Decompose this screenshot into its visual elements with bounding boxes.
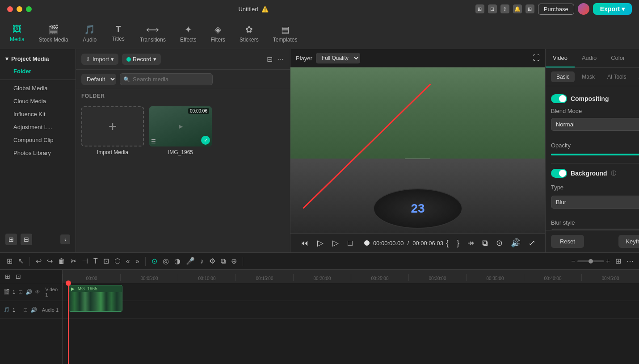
curly-open-btn[interactable]: {: [443, 238, 451, 249]
sub-tab-aitools[interactable]: AI Tools: [602, 71, 631, 82]
nav-item-filters[interactable]: ◈ Filters: [204, 21, 231, 46]
sub-tab-anim[interactable]: Anim: [633, 71, 639, 82]
nav-item-audio[interactable]: 🎵 Audio: [76, 21, 103, 46]
sidebar-item-photos[interactable]: Photos Library: [3, 147, 73, 159]
import-button[interactable]: ⇩ Import ▾: [81, 54, 118, 65]
tab-speed[interactable]: Speed: [632, 49, 639, 67]
fullscreen-btn[interactable]: ⤢: [526, 237, 538, 249]
tl-split-btn[interactable]: ⊣: [80, 255, 89, 267]
tl-play2-btn[interactable]: ◎: [161, 255, 170, 267]
link-btn[interactable]: ⊡: [14, 272, 22, 281]
sidebar-item-adjustment[interactable]: Adjustment L...: [3, 121, 73, 133]
tl-grid-btn[interactable]: ⊞: [615, 257, 621, 265]
sidebar-item-compound[interactable]: Compound Clip: [3, 134, 73, 146]
tl-cut-btn[interactable]: ✂: [69, 255, 78, 267]
sub-tab-basic[interactable]: Basic: [551, 71, 575, 82]
more-icon-btn[interactable]: ···: [277, 54, 285, 64]
tl-delete-btn[interactable]: 🗑: [57, 256, 67, 267]
snapshot-btn[interactable]: ⊙: [493, 237, 505, 249]
reset-button[interactable]: Reset: [551, 235, 584, 248]
tl-next-btn[interactable]: »: [134, 256, 141, 267]
nav-item-stock[interactable]: 🎬 Stock Media: [33, 21, 75, 46]
tab-color[interactable]: Color: [604, 49, 632, 67]
avatar[interactable]: [578, 3, 589, 15]
export-button[interactable]: Export ▾: [593, 3, 632, 15]
icon-btn-2[interactable]: ⊡: [488, 4, 497, 13]
tab-audio[interactable]: Audio: [575, 49, 604, 67]
sidebar-item-global[interactable]: Global Media: [3, 82, 73, 94]
tl-text-btn[interactable]: T: [92, 256, 99, 267]
type-select[interactable]: Blur: [551, 196, 639, 209]
video-link-btn[interactable]: ⊡: [18, 289, 23, 296]
keyframe-panel-button[interactable]: Keyframe Panel: [618, 235, 639, 248]
icon-btn-5[interactable]: ⊞: [525, 4, 534, 13]
move-right-btn[interactable]: ↠: [465, 237, 477, 249]
play-forward-btn[interactable]: ▷: [330, 237, 341, 249]
img1965-thumb[interactable]: ▶ 00:00:06 ✓ ☰: [149, 106, 212, 146]
tl-layout-btn[interactable]: ⊞: [5, 255, 14, 267]
nav-item-titles[interactable]: T Titles: [105, 21, 132, 46]
remove-track-icon[interactable]: ⊟: [21, 234, 32, 245]
quality-dropdown[interactable]: Full Quality: [316, 53, 360, 63]
nav-item-templates[interactable]: ▤ Templates: [267, 21, 304, 46]
stop-btn[interactable]: □: [345, 238, 355, 249]
zoom-in-btn[interactable]: +: [606, 257, 610, 265]
blend-mode-select[interactable]: Normal: [551, 118, 639, 131]
minimize-button[interactable]: [17, 6, 22, 12]
record-button[interactable]: Record ▾: [122, 54, 161, 65]
audio-link-btn[interactable]: ⊡: [23, 306, 28, 314]
volume-btn[interactable]: 🔊: [508, 237, 523, 249]
media-item-img1965[interactable]: ▶ 00:00:06 ✓ ☰ IMG_1965: [149, 106, 212, 155]
tl-snap-btn[interactable]: ⊕: [230, 255, 238, 267]
pip-btn[interactable]: ⧉: [479, 238, 491, 249]
sidebar-item-cloud[interactable]: Cloud Media: [3, 95, 73, 107]
sidebar-item-folder[interactable]: Folder: [3, 65, 73, 77]
icon-btn-3[interactable]: ⇧: [500, 4, 509, 13]
video-speaker-btn[interactable]: 🔊: [25, 289, 33, 296]
progress-handle[interactable]: [364, 240, 370, 246]
background-switch[interactable]: [551, 169, 567, 178]
collapse-panel-btn[interactable]: ‹: [60, 234, 70, 244]
sub-tab-mask[interactable]: Mask: [576, 71, 600, 82]
close-button[interactable]: [7, 6, 13, 12]
video-eye-btn[interactable]: 👁: [34, 289, 41, 296]
search-input[interactable]: [120, 73, 213, 85]
opacity-slider-wrap[interactable]: [551, 154, 639, 155]
tab-video[interactable]: Video: [546, 49, 575, 67]
project-media-header[interactable]: ▾ Project Media: [0, 53, 76, 65]
tl-record-btn[interactable]: ⊙: [150, 255, 159, 267]
tl-ai-btn[interactable]: ⚙: [208, 255, 217, 267]
tl-music-btn[interactable]: ♪: [199, 256, 205, 267]
add-compound-btn[interactable]: ⊞: [4, 272, 12, 281]
tl-prev-btn[interactable]: «: [125, 256, 131, 267]
import-media-thumb[interactable]: +: [81, 106, 144, 146]
nav-item-effects[interactable]: ✦ Effects: [174, 21, 202, 46]
audio-speaker-btn[interactable]: 🔊: [30, 306, 38, 314]
icon-btn-1[interactable]: ⊞: [475, 4, 484, 13]
tl-color-btn[interactable]: ⬡: [113, 255, 122, 267]
import-media-item[interactable]: + Import Media: [81, 106, 144, 155]
compositing-switch[interactable]: [551, 94, 567, 103]
step-back-btn[interactable]: ⏮: [298, 238, 311, 249]
add-track-icon[interactable]: ⊞: [5, 234, 17, 245]
tl-shield-btn[interactable]: ◑: [173, 255, 182, 267]
filter-icon-btn[interactable]: ⊟: [266, 54, 273, 64]
purchase-button[interactable]: Purchase: [538, 4, 574, 15]
tl-dots-btn[interactable]: ⋯: [626, 257, 634, 265]
tl-undo-btn[interactable]: ↩: [34, 255, 43, 267]
playhead[interactable]: [68, 283, 69, 364]
icon-btn-4[interactable]: 🔔: [513, 4, 522, 13]
tl-pip-btn[interactable]: ⧉: [219, 256, 227, 267]
default-dropdown[interactable]: Default: [81, 74, 116, 85]
tl-crop-btn[interactable]: ⊡: [102, 255, 110, 267]
maximize-button[interactable]: [26, 6, 32, 12]
nav-item-media[interactable]: 🖼 Media: [4, 21, 31, 46]
zoom-slider[interactable]: [577, 260, 604, 262]
tl-select-btn[interactable]: ↖: [17, 255, 25, 267]
expand-preview-btn[interactable]: ⛶: [533, 54, 540, 62]
curly-close-btn[interactable]: }: [454, 238, 462, 249]
video-clip[interactable]: ▶ IMG_1965: [69, 285, 122, 312]
nav-item-transitions[interactable]: ⟷ Transitions: [134, 21, 172, 46]
nav-item-stickers[interactable]: ✿ Stickers: [233, 21, 265, 46]
blur-style-select[interactable]: Basic Blur: [551, 229, 639, 230]
